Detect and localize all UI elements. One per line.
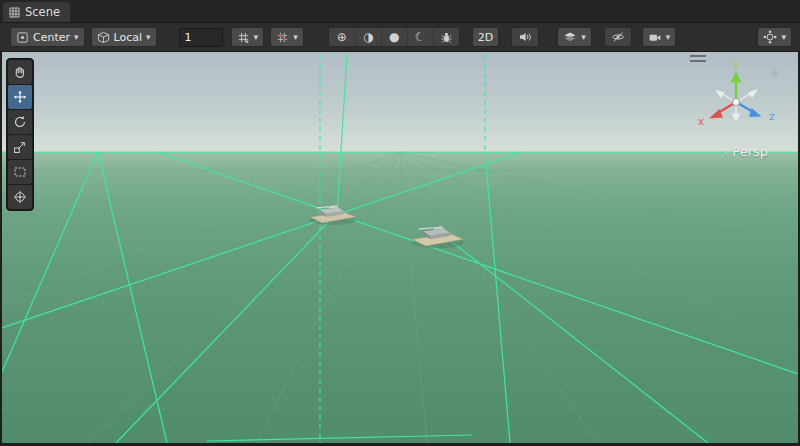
chevron-down-icon: ▾ (254, 33, 259, 42)
gizmo-z-label: z (769, 110, 775, 123)
move-tool-button[interactable] (8, 85, 32, 109)
view-tool-button[interactable] (8, 60, 32, 84)
scene-visibility-group (604, 27, 632, 47)
pivot-mode-dropdown[interactable]: Center ▾ (10, 27, 85, 47)
gizmo-x-label: x (698, 115, 705, 128)
pivot-center-icon (16, 31, 29, 44)
move-icon (13, 90, 27, 104)
snap-increment-icon (276, 31, 289, 44)
grid-layout-icon (9, 7, 20, 18)
projection-label: Persp (732, 144, 768, 159)
grid-snap-size-input[interactable] (179, 28, 223, 47)
camera-settings-dropdown[interactable]: ▾ (642, 27, 677, 47)
chevron-down-icon: ▾ (666, 33, 671, 42)
gizmos-dropdown[interactable]: ▾ (757, 27, 792, 47)
tab-label: Scene (25, 5, 60, 19)
grid-visibility-dropdown[interactable]: ▾ (231, 27, 265, 47)
tab-scene[interactable]: Scene (3, 2, 70, 22)
scene-toolbar: Center ▾ Local ▾ ▾ ▾ ⊕ ◑ ● ☾ 2D (0, 23, 800, 52)
transform-tool-button[interactable] (8, 185, 32, 209)
grid-snap-icon (237, 31, 250, 44)
rotate-tool-button[interactable] (8, 110, 32, 134)
mode-2d-label: 2D (478, 31, 493, 44)
chevron-down-icon: ▾ (781, 33, 786, 42)
snap-increment-dropdown[interactable]: ▾ (270, 27, 304, 47)
scale-icon (13, 140, 27, 154)
chevron-down-icon: ▾ (293, 33, 298, 42)
gizmo-y-label: y (733, 57, 740, 70)
toggle-2d-button[interactable]: 2D (472, 27, 499, 47)
bug-debug-icon[interactable] (433, 28, 459, 46)
gizmo-sphere-icon (763, 30, 777, 44)
orientation-gizmo[interactable]: y x z (688, 56, 784, 152)
audio-muted-icon[interactable] (512, 28, 538, 46)
lighting-toggle-icon[interactable]: ◑ (355, 28, 381, 46)
handle-orientation-dropdown[interactable]: Local ▾ (91, 27, 157, 47)
audio-toggle-group (511, 27, 539, 47)
camera-icon (648, 31, 662, 44)
scene-object-2 (412, 226, 464, 248)
chevron-down-icon: ▾ (581, 33, 586, 42)
shading-mode-globe-icon[interactable]: ⊕ (329, 28, 355, 46)
rect-icon (13, 165, 27, 179)
layers-effects-icon (563, 30, 577, 44)
chevron-down-icon: ▾ (146, 33, 151, 42)
eye-slash-hidden-icon[interactable] (605, 28, 631, 46)
rect-tool-button[interactable] (8, 160, 32, 184)
cube-icon (97, 31, 110, 44)
hand-icon (13, 65, 27, 79)
projection-toggle[interactable]: ‹ Persp (723, 144, 768, 159)
transform-icon (13, 190, 27, 204)
scale-tool-button[interactable] (8, 135, 32, 159)
rotate-icon (13, 115, 27, 129)
moon-night-mode-icon[interactable]: ☾ (407, 28, 433, 46)
scene-viewport[interactable]: y x z ‹ Persp (2, 52, 798, 443)
tool-palette (6, 58, 34, 211)
scene-object-1 (310, 205, 356, 225)
scene-wireframe-overlay (2, 52, 798, 443)
effects-toggle-dropdown[interactable]: ▾ (557, 27, 592, 47)
draw-mode-group: ⊕ ◑ ● ☾ (328, 27, 460, 47)
handle-orientation-label: Local (114, 31, 143, 44)
chevron-left-icon: ‹ (723, 146, 728, 158)
shaded-sphere-icon[interactable]: ● (381, 28, 407, 46)
chevron-down-icon: ▾ (74, 33, 79, 42)
pivot-mode-label: Center (33, 31, 70, 44)
tab-strip: Scene (0, 0, 800, 23)
